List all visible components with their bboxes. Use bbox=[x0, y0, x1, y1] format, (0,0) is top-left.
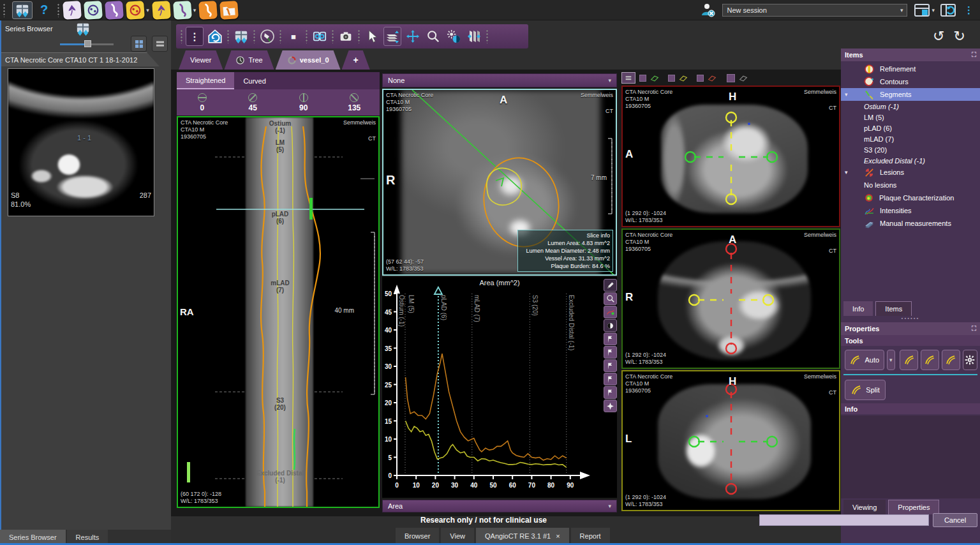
cross-section-view[interactable]: CTA Necrotic Core CTA10 M 19360705 Semme… bbox=[382, 89, 617, 276]
overflow-menu-button[interactable]: ⋮ bbox=[964, 4, 974, 16]
app-layout-button[interactable] bbox=[12, 1, 33, 19]
contour-tool-2-button[interactable] bbox=[921, 350, 939, 370]
contrast-button[interactable] bbox=[604, 319, 617, 332]
item-lesions[interactable]: ▾Lesions bbox=[841, 166, 980, 179]
analysis-tool-button[interactable] bbox=[126, 1, 145, 20]
view1-toggle[interactable] bbox=[639, 75, 646, 82]
move-marker-button[interactable] bbox=[604, 399, 617, 412]
green-plane-icon[interactable] bbox=[650, 74, 659, 82]
segment-item-plad[interactable]: pLAD (6) bbox=[841, 123, 980, 133]
tab-qangioct[interactable]: QAngioCT RE 3.1 #1× bbox=[476, 528, 569, 544]
reset-layout-button[interactable] bbox=[940, 3, 956, 18]
vessel-orange-tool-button[interactable] bbox=[198, 1, 218, 20]
split-segment-button[interactable]: Split bbox=[845, 380, 886, 400]
view3-toggle[interactable] bbox=[697, 75, 704, 82]
tab-view[interactable]: View bbox=[441, 528, 474, 544]
red-plane-icon[interactable] bbox=[708, 74, 716, 82]
undo-button[interactable]: ↺ bbox=[933, 28, 944, 45]
item-contours[interactable]: Contours bbox=[841, 75, 980, 88]
yellow-plane-icon[interactable] bbox=[679, 74, 688, 82]
tulip-tool-button[interactable] bbox=[63, 1, 82, 20]
tab-tree[interactable]: Tree bbox=[224, 50, 274, 70]
tab-viewing[interactable]: Viewing bbox=[843, 500, 886, 514]
segment-item-mlad[interactable]: mLAD (7) bbox=[841, 133, 980, 144]
single-view-button[interactable]: ■ bbox=[285, 27, 302, 46]
cancel-button[interactable]: Cancel bbox=[933, 513, 977, 527]
expand-panel-icon[interactable]: ⛶ bbox=[972, 325, 976, 332]
flag-marker-button-4[interactable] bbox=[604, 373, 617, 385]
segment-item-ostium[interactable]: Ostium (-1) bbox=[841, 101, 980, 112]
disc-tool-button[interactable] bbox=[84, 1, 103, 20]
contour-tool-3-button[interactable] bbox=[942, 350, 960, 370]
tab-items[interactable]: Items bbox=[875, 301, 912, 316]
graph-type-dropdown[interactable]: Area▾ bbox=[382, 500, 617, 512]
ortho-view-coronal[interactable]: CTA Necrotic CoreCTA10 M19360705 Semmelw… bbox=[621, 370, 840, 511]
angle-90-button[interactable]: 90 bbox=[278, 89, 329, 116]
link-views-button[interactable] bbox=[311, 27, 329, 46]
list-view-button[interactable] bbox=[152, 36, 168, 52]
stack-scroll-button[interactable] bbox=[465, 27, 483, 46]
curve-edit-button[interactable] bbox=[604, 306, 617, 318]
angle-45-button[interactable]: 45 bbox=[228, 89, 279, 116]
angle-135-button[interactable]: 135 bbox=[329, 89, 380, 116]
tulip-yellow-tool-button[interactable] bbox=[152, 1, 171, 20]
snapshot-button[interactable] bbox=[337, 27, 355, 46]
series-tab[interactable]: CTA Necrotic Core CTA10 CT 1 18-1-2012 bbox=[1, 52, 160, 66]
tab-info[interactable]: Info bbox=[843, 301, 873, 316]
zoom-graph-button[interactable] bbox=[604, 292, 617, 305]
collapse-caret-icon[interactable]: ▾ bbox=[845, 169, 848, 175]
tab-viewer[interactable]: Viewer bbox=[179, 50, 223, 70]
flag-marker-button-3[interactable] bbox=[604, 359, 617, 372]
collapse-caret-icon[interactable]: ▾ bbox=[845, 91, 848, 98]
segment-item-s3[interactable]: S3 (20) bbox=[841, 144, 980, 155]
tab-straightened[interactable]: Straightened bbox=[177, 72, 234, 89]
dropdown-caret-icon[interactable]: ▾ bbox=[146, 7, 149, 13]
edit-contour-button[interactable] bbox=[604, 279, 617, 292]
views-layout-button[interactable] bbox=[621, 72, 635, 84]
item-intensities[interactable]: Intensities bbox=[841, 204, 980, 217]
end-session-user-icon[interactable] bbox=[699, 3, 716, 18]
contour-tool-1-button[interactable] bbox=[900, 350, 918, 370]
angle-0-button[interactable]: 0 bbox=[177, 89, 228, 116]
close-tab-icon[interactable]: × bbox=[556, 532, 560, 540]
tab-report[interactable]: Report bbox=[571, 528, 610, 544]
coil-tool-button[interactable] bbox=[173, 1, 192, 20]
vessel-tool-button[interactable] bbox=[105, 1, 124, 20]
straightened-vessel-view[interactable]: CTA Necrotic Core CTA10 M 19360705 Semme… bbox=[177, 116, 380, 508]
overlay-mode-dropdown[interactable]: None▾ bbox=[382, 73, 617, 87]
grid-view-button[interactable] bbox=[131, 36, 147, 52]
segment-item-excluded-distal[interactable]: Excluded Distal (-1) bbox=[841, 155, 980, 166]
auto-dropdown-button[interactable]: ▾ bbox=[887, 350, 896, 370]
flag-marker-button-5[interactable] bbox=[604, 386, 617, 399]
area-graph-panel[interactable]: Area (mm^2)Ostium (-1)LM (5)pLAD (6)mLAD… bbox=[382, 277, 617, 498]
item-refinement[interactable]: Refinement bbox=[841, 63, 980, 75]
layout-button[interactable] bbox=[232, 27, 250, 46]
item-manual-measurements[interactable]: Manual measurements bbox=[841, 217, 980, 230]
select-cursor-button[interactable] bbox=[363, 27, 381, 46]
help-button[interactable]: ? bbox=[40, 3, 48, 17]
flag-marker-button-1[interactable] bbox=[604, 332, 617, 345]
tab-properties[interactable]: Properties bbox=[888, 500, 939, 514]
tab-curved[interactable]: Curved bbox=[234, 72, 274, 89]
zoom-button[interactable] bbox=[424, 27, 442, 46]
splitter-handle[interactable]: •••••• bbox=[841, 316, 980, 322]
item-plaque-characterization[interactable]: Plaque Characterization bbox=[841, 191, 980, 204]
ortho-view-sagittal[interactable]: CTA Necrotic CoreCTA10 M19360705 Semmelw… bbox=[621, 86, 840, 227]
reset-view-button[interactable] bbox=[206, 27, 224, 46]
dropdown-caret-icon[interactable]: ▾ bbox=[193, 7, 197, 13]
panel-window-icon[interactable] bbox=[75, 22, 91, 36]
expand-panel-icon[interactable]: ⛶ bbox=[972, 51, 976, 59]
tool-settings-button[interactable] bbox=[963, 350, 977, 370]
pan-button[interactable] bbox=[404, 27, 422, 46]
flag-marker-button-2[interactable] bbox=[604, 346, 617, 359]
redo-button[interactable]: ↻ bbox=[953, 28, 965, 45]
item-segments[interactable]: ▾Segments bbox=[841, 88, 980, 101]
tab-vessel-0[interactable]: vessel_0 bbox=[276, 50, 341, 70]
dropdown-caret-icon[interactable]: ▾ bbox=[932, 7, 935, 13]
add-tab-button[interactable]: + bbox=[342, 50, 370, 70]
gray-plane-icon[interactable] bbox=[739, 74, 748, 82]
window-level-button[interactable] bbox=[445, 27, 463, 46]
probe-lamp-button[interactable] bbox=[258, 27, 276, 46]
segment-item-lm[interactable]: LM (5) bbox=[841, 112, 980, 123]
series-thumbnail[interactable]: 1 - 1 S8 81.0% 287 bbox=[8, 68, 154, 216]
